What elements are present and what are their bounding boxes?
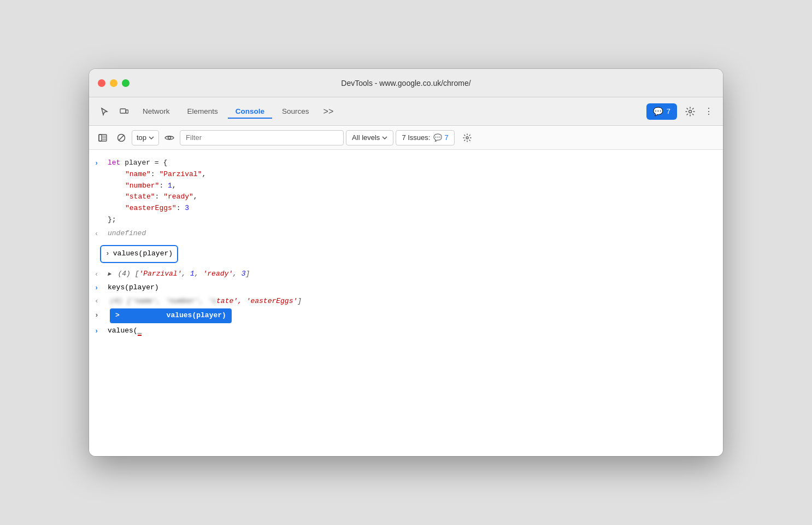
issues-text: 7 Issues: (402, 133, 430, 142)
svg-rect-1 (126, 110, 128, 113)
svg-point-7 (168, 136, 171, 139)
cursor-icon (100, 107, 109, 116)
field-state: "state": "ready", (108, 191, 198, 203)
expand-triangle[interactable]: ▶ (108, 271, 111, 277)
undefined-value: undefined (108, 229, 146, 237)
tab-network[interactable]: Network (135, 104, 178, 119)
keys-player-entry: › keys(player) (89, 281, 723, 295)
levels-arrow-icon (382, 136, 387, 139)
gear-icon (685, 107, 695, 116)
dropdown-arrow-icon (149, 136, 154, 139)
result-arrow: ‹ (95, 296, 105, 307)
device-toggle-button[interactable] (115, 103, 133, 120)
values-player-entry: › values(player) (89, 241, 723, 267)
keys-result-row: ‹ (4) ['name', 'number', 'state', 'easte… (95, 296, 717, 307)
svg-line-6 (119, 135, 124, 141)
keys-command: keys(player) (108, 283, 159, 291)
tab-bar: Network Elements Console Sources >> 💬 7 … (89, 97, 723, 126)
window-title: DevTools - www.google.co.uk/chrome/ (341, 79, 470, 88)
array-result-entry: ‹ ▶ (4) ['Parzival', 1, 'ready', 3] (89, 267, 723, 281)
closing-brace: }; (108, 215, 116, 224)
more-tabs-button[interactable]: >> (319, 104, 338, 119)
field-number: "number": 1, (108, 180, 176, 192)
block-icon (117, 133, 126, 142)
keys-content: keys(player) (105, 282, 717, 294)
chat-icon: 💬 (653, 107, 663, 116)
autocomplete-row: › > values(player) (95, 308, 717, 323)
keys-result-rest: tate', 'easterEggs' (216, 296, 297, 307)
responsive-icon (120, 107, 128, 116)
array-result-gutter: ‹ (95, 269, 105, 280)
settings-gear-icon (463, 133, 472, 142)
issues-badge: 💬 7 (433, 133, 448, 142)
badge-count: 7 (667, 107, 670, 115)
eye-icon-button[interactable] (161, 130, 178, 146)
minimize-button[interactable] (110, 79, 117, 87)
svg-point-2 (689, 110, 692, 113)
filter-input[interactable] (180, 130, 344, 145)
issues-chat-icon: 💬 (433, 133, 442, 142)
field-easter-eggs: "easterEggs": 3 (108, 203, 189, 214)
undefined-content: undefined (105, 228, 717, 240)
context-selector[interactable]: top (132, 130, 159, 145)
keys-gutter: › (95, 282, 105, 294)
console-output-area: › let player = { "name": "Parzival", "nu… (89, 150, 723, 456)
tab-sources[interactable]: Sources (274, 104, 317, 119)
current-input-gutter: › (95, 325, 105, 337)
log-levels-button[interactable]: All levels (346, 130, 393, 145)
title-bar: DevTools - www.google.co.uk/chrome/ (89, 69, 723, 97)
svg-point-8 (466, 137, 468, 139)
issues-badge-button[interactable]: 💬 7 (646, 103, 677, 120)
entry-arrow: › (95, 158, 105, 169)
current-input-text: values( (108, 326, 138, 335)
console-toolbar: top All levels 7 Issues: 💬 7 (89, 126, 723, 150)
context-label: top (137, 133, 146, 142)
levels-label: All levels (352, 133, 380, 142)
issues-count: 7 (444, 133, 448, 142)
svg-rect-3 (99, 135, 102, 141)
code-content: let player = { "name": "Parzival", "numb… (105, 158, 717, 226)
output-arrow-gutter: ‹ (95, 228, 105, 240)
keys-bracket: ] (297, 296, 302, 307)
highlighted-text: values(player) (113, 248, 173, 260)
input-arrow-highlight: › (105, 248, 110, 260)
current-input-content: values(_ (105, 325, 717, 337)
cursor-underline: _ (138, 326, 142, 336)
svg-rect-0 (120, 109, 126, 113)
issues-button[interactable]: 7 Issues: 💬 7 (396, 130, 454, 145)
result-count: (4) [ (117, 270, 139, 278)
close-button[interactable] (98, 79, 105, 87)
clear-console-button[interactable] (95, 130, 111, 146)
settings-button[interactable] (681, 103, 699, 120)
autocomplete-arrow: › (95, 310, 105, 322)
sidebar-icon (98, 134, 107, 142)
keys-result-area: ‹ (4) ['name', 'number', 'state', 'easte… (89, 295, 723, 324)
code-block-entry: › let player = { "name": "Parzival", "nu… (89, 156, 723, 227)
array-result-content: ▶ (4) ['Parzival', 1, 'ready', 3] (105, 269, 717, 280)
current-input-entry: › values(_ (89, 324, 723, 338)
more-options-button[interactable]: ⋮ (701, 104, 716, 119)
window-controls (98, 79, 130, 87)
console-settings-button[interactable] (459, 130, 475, 146)
devtools-window: DevTools - www.google.co.uk/chrome/ Netw… (89, 69, 723, 456)
highlighted-command: › values(player) (100, 245, 178, 263)
tab-console[interactable]: Console (228, 104, 272, 119)
eye-icon (164, 135, 174, 141)
tab-elements[interactable]: Elements (180, 104, 226, 119)
keys-result-text: (4) ['name', 'number', 's (110, 296, 216, 307)
block-icon-button[interactable] (113, 130, 130, 146)
field-name: "name": "Parzival", (108, 169, 206, 180)
maximize-button[interactable] (122, 79, 130, 87)
cursor-tool-button[interactable] (96, 103, 113, 120)
autocomplete-suggestion[interactable]: > values(player) (110, 308, 232, 323)
undefined-result-entry: ‹ undefined (89, 227, 723, 241)
keyword-let: let (108, 159, 120, 167)
vertical-dots-icon: ⋮ (704, 106, 713, 116)
